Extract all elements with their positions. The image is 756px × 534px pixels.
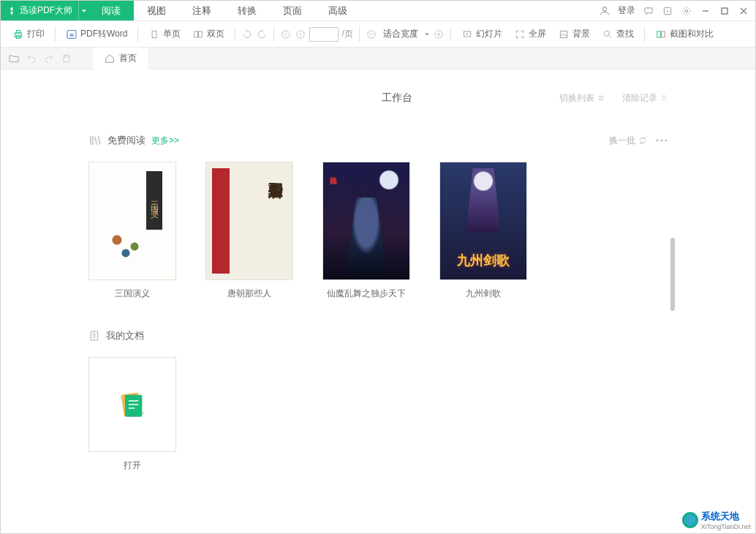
brand-dropdown[interactable]: [78, 1, 88, 20]
fullscreen-icon: [514, 29, 526, 40]
pdf-to-word-button[interactable]: W PDF转Word: [61, 25, 132, 43]
feedback-icon[interactable]: [662, 5, 673, 17]
svg-point-26: [665, 140, 668, 142]
book-item[interactable]: 仙魔乱舞 仙魔乱舞之独步天下: [322, 162, 410, 300]
document-icon: [88, 330, 100, 342]
watermark-title: 系统天地: [701, 510, 751, 523]
message-icon[interactable]: [643, 5, 654, 17]
free-reading-header: 免费阅读 更多>> 换一批: [88, 134, 668, 147]
fullscreen-label: 全屏: [529, 28, 546, 40]
find-button[interactable]: 查找: [597, 25, 638, 43]
slideshow-button[interactable]: 幻灯片: [457, 25, 507, 43]
more-options-button[interactable]: [656, 139, 668, 142]
screenshot-button[interactable]: 截图和对比: [651, 25, 718, 43]
book-title: 唐朝那些人: [227, 287, 271, 300]
watermark: 系统天地 XiTongTianDi.net: [682, 510, 751, 530]
single-page-label: 单页: [163, 28, 181, 40]
books-icon: [88, 134, 102, 147]
single-page-icon: [148, 29, 160, 40]
zoom-out-button[interactable]: [366, 29, 377, 40]
login-label[interactable]: 登录: [618, 4, 635, 17]
separator: [137, 27, 138, 42]
open-doc-item[interactable]: 打开: [88, 357, 176, 472]
list-icon: [597, 94, 605, 102]
next-page-button[interactable]: [295, 29, 306, 40]
menu-tab-annotate[interactable]: 注释: [179, 1, 224, 20]
switch-list-button[interactable]: 切换列表: [559, 92, 605, 105]
svg-rect-1: [645, 7, 653, 12]
svg-point-14: [282, 30, 290, 38]
svg-point-20: [604, 31, 609, 36]
home-icon: [105, 53, 115, 64]
svg-point-3: [667, 10, 668, 12]
book-item[interactable]: 九州剑歌 九州剑歌: [439, 162, 527, 300]
app-brand: 迅读PDF大师: [1, 1, 78, 20]
svg-rect-7: [16, 30, 20, 32]
fit-mode-select[interactable]: 适合宽度: [380, 28, 421, 40]
clear-history-button[interactable]: 清除记录: [622, 92, 668, 105]
save-button[interactable]: [61, 53, 72, 64]
minimize-button[interactable]: [700, 5, 711, 17]
open-folder-button[interactable]: [8, 53, 20, 64]
toolbar: 打印 W PDF转Word 单页 双页 /页 适合宽度 幻灯片 全屏 背景 查找: [1, 21, 755, 48]
secondary-bar: 首页: [1, 48, 755, 69]
scrollbar[interactable]: [670, 238, 675, 311]
svg-text:W: W: [69, 32, 74, 37]
watermark-url: XiTongTianDi.net: [701, 523, 751, 530]
user-icon[interactable]: [599, 5, 611, 17]
rotate-left-button[interactable]: [241, 29, 253, 40]
print-button[interactable]: 打印: [8, 25, 49, 43]
open-file-icon: [114, 386, 151, 423]
book-item[interactable]: 唐朝那些人 唐朝那些人: [205, 162, 293, 300]
double-page-label: 双页: [207, 28, 224, 40]
undo-button[interactable]: [26, 53, 37, 64]
separator: [359, 27, 360, 42]
menu-tabs: 阅读 视图 注释 转换 页面 高级: [88, 1, 360, 20]
separator: [235, 27, 235, 42]
shuffle-button[interactable]: 换一批: [609, 135, 647, 147]
more-link[interactable]: 更多>>: [151, 135, 179, 147]
word-icon: W: [66, 29, 78, 40]
svg-rect-23: [65, 55, 69, 57]
open-label: 打开: [88, 459, 176, 472]
single-page-button[interactable]: 单页: [144, 25, 185, 43]
rotate-right-button[interactable]: [256, 29, 268, 40]
separator: [644, 27, 645, 42]
book-cover: 三国演义: [88, 162, 176, 280]
menu-tab-page[interactable]: 页面: [270, 1, 315, 20]
open-card: [88, 357, 176, 452]
menu-tab-advanced[interactable]: 高级: [315, 1, 360, 20]
fullscreen-button[interactable]: 全屏: [510, 25, 551, 43]
page-number-input[interactable]: [309, 27, 339, 42]
trash-icon: [660, 94, 668, 102]
content-area: 工作台 切换列表 清除记录 免费阅读 更多>> 换一批 三国演义 三国演义: [1, 69, 755, 533]
maximize-button[interactable]: [719, 5, 730, 17]
chevron-down-icon: [81, 8, 87, 14]
redo-button[interactable]: [43, 53, 55, 64]
app-logo-icon: [7, 6, 17, 16]
workspace-header: 工作台 切换列表 清除记录: [88, 91, 668, 105]
separator: [450, 27, 451, 42]
svg-rect-12: [194, 31, 198, 37]
close-button[interactable]: [738, 5, 749, 17]
home-tab[interactable]: 首页: [93, 48, 148, 69]
book-title: 三国演义: [115, 287, 150, 300]
background-button[interactable]: 背景: [553, 25, 594, 43]
menu-tab-convert[interactable]: 转换: [224, 1, 270, 20]
menu-tab-view[interactable]: 视图: [134, 1, 179, 20]
svg-point-0: [602, 7, 606, 10]
separator: [55, 27, 56, 42]
my-docs-label: 我的文档: [106, 329, 144, 342]
menu-tab-read[interactable]: 阅读: [88, 1, 134, 20]
book-cover: 九州剑歌: [439, 162, 527, 280]
book-item[interactable]: 三国演义 三国演义: [88, 162, 176, 300]
settings-icon[interactable]: [681, 5, 692, 17]
book-title: 仙魔乱舞之独步天下: [327, 287, 406, 300]
double-page-button[interactable]: 双页: [188, 25, 229, 43]
zoom-in-button[interactable]: [433, 29, 445, 40]
svg-rect-19: [560, 31, 567, 37]
background-label: 背景: [572, 28, 590, 40]
svg-point-15: [297, 30, 305, 38]
pdf-to-word-label: PDF转Word: [80, 28, 127, 40]
prev-page-button[interactable]: [280, 29, 292, 40]
